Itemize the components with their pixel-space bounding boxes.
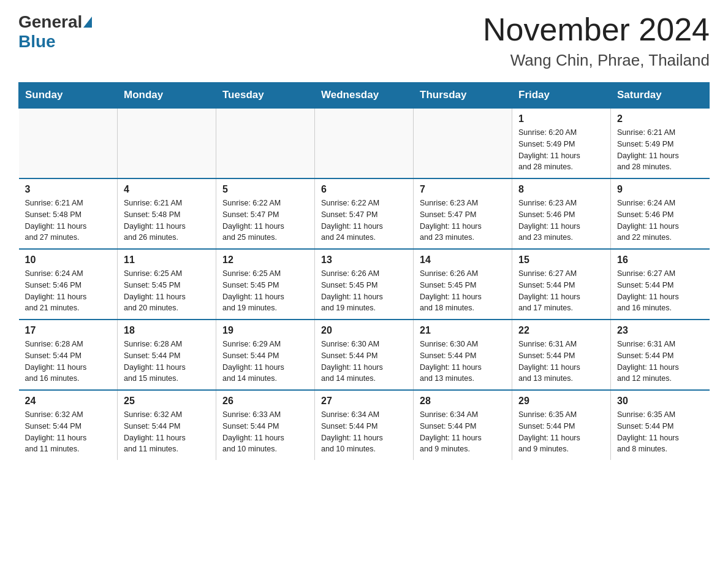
- day-info: Sunrise: 6:23 AM Sunset: 5:46 PM Dayligh…: [518, 197, 604, 243]
- day-info: Sunrise: 6:26 AM Sunset: 5:45 PM Dayligh…: [321, 268, 407, 314]
- day-number: 18: [124, 325, 210, 336]
- calendar-title: November 2024: [483, 12, 710, 47]
- calendar-cell: 26Sunrise: 6:33 AM Sunset: 5:44 PM Dayli…: [216, 390, 315, 460]
- calendar-cell: 27Sunrise: 6:34 AM Sunset: 5:44 PM Dayli…: [315, 390, 414, 460]
- weekday-header-monday: Monday: [118, 83, 216, 109]
- calendar-cell: 6Sunrise: 6:22 AM Sunset: 5:47 PM Daylig…: [315, 178, 414, 249]
- day-info: Sunrise: 6:34 AM Sunset: 5:44 PM Dayligh…: [321, 409, 407, 455]
- day-number: 7: [420, 184, 506, 195]
- calendar-cell: [414, 108, 512, 178]
- day-info: Sunrise: 6:33 AM Sunset: 5:44 PM Dayligh…: [222, 409, 308, 455]
- day-info: Sunrise: 6:32 AM Sunset: 5:44 PM Dayligh…: [124, 409, 210, 455]
- calendar-cell: 29Sunrise: 6:35 AM Sunset: 5:44 PM Dayli…: [512, 390, 611, 460]
- day-number: 19: [222, 325, 308, 336]
- title-area: November 2024 Wang Chin, Phrae, Thailand: [483, 12, 710, 70]
- day-number: 10: [25, 255, 112, 266]
- calendar-cell: 17Sunrise: 6:28 AM Sunset: 5:44 PM Dayli…: [19, 320, 118, 390]
- calendar-cell: 10Sunrise: 6:24 AM Sunset: 5:46 PM Dayli…: [19, 249, 118, 320]
- calendar-cell: 24Sunrise: 6:32 AM Sunset: 5:44 PM Dayli…: [19, 390, 118, 460]
- calendar-table: SundayMondayTuesdayWednesdayThursdayFrid…: [18, 82, 710, 460]
- week-row-1: 1Sunrise: 6:20 AM Sunset: 5:49 PM Daylig…: [19, 108, 710, 178]
- day-number: 23: [617, 325, 703, 336]
- calendar-cell: 3Sunrise: 6:21 AM Sunset: 5:48 PM Daylig…: [19, 178, 118, 249]
- logo-arrow-icon: [83, 17, 92, 28]
- calendar-cell: 16Sunrise: 6:27 AM Sunset: 5:44 PM Dayli…: [611, 249, 710, 320]
- day-info: Sunrise: 6:20 AM Sunset: 5:49 PM Dayligh…: [518, 127, 604, 173]
- logo-blue-text: Blue: [18, 32, 56, 51]
- day-info: Sunrise: 6:22 AM Sunset: 5:47 PM Dayligh…: [222, 197, 308, 243]
- day-info: Sunrise: 6:21 AM Sunset: 5:48 PM Dayligh…: [124, 197, 210, 243]
- calendar-cell: 20Sunrise: 6:30 AM Sunset: 5:44 PM Dayli…: [315, 320, 414, 390]
- day-number: 22: [518, 325, 604, 336]
- calendar-cell: 30Sunrise: 6:35 AM Sunset: 5:44 PM Dayli…: [611, 390, 710, 460]
- day-number: 2: [617, 113, 703, 124]
- weekday-header-friday: Friday: [512, 83, 611, 109]
- calendar-cell: 8Sunrise: 6:23 AM Sunset: 5:46 PM Daylig…: [512, 178, 611, 249]
- calendar-cell: 28Sunrise: 6:34 AM Sunset: 5:44 PM Dayli…: [414, 390, 512, 460]
- day-number: 12: [222, 255, 308, 266]
- calendar-cell: 22Sunrise: 6:31 AM Sunset: 5:44 PM Dayli…: [512, 320, 611, 390]
- day-number: 16: [617, 255, 703, 266]
- day-info: Sunrise: 6:35 AM Sunset: 5:44 PM Dayligh…: [518, 409, 604, 455]
- calendar-cell: 15Sunrise: 6:27 AM Sunset: 5:44 PM Dayli…: [512, 249, 611, 320]
- day-info: Sunrise: 6:24 AM Sunset: 5:46 PM Dayligh…: [617, 197, 703, 243]
- day-number: 3: [25, 184, 112, 195]
- day-info: Sunrise: 6:28 AM Sunset: 5:44 PM Dayligh…: [25, 339, 112, 385]
- day-info: Sunrise: 6:27 AM Sunset: 5:44 PM Dayligh…: [617, 268, 703, 314]
- calendar-cell: 14Sunrise: 6:26 AM Sunset: 5:45 PM Dayli…: [414, 249, 512, 320]
- weekday-header-sunday: Sunday: [19, 83, 118, 109]
- calendar-cell: [216, 108, 315, 178]
- day-number: 8: [518, 184, 604, 195]
- day-number: 28: [420, 396, 506, 407]
- day-number: 1: [518, 113, 604, 124]
- day-number: 17: [25, 325, 112, 336]
- day-number: 27: [321, 396, 407, 407]
- day-info: Sunrise: 6:24 AM Sunset: 5:46 PM Dayligh…: [25, 268, 112, 314]
- calendar-cell: [315, 108, 414, 178]
- logo-general-text: General: [18, 12, 82, 32]
- calendar-cell: 12Sunrise: 6:25 AM Sunset: 5:45 PM Dayli…: [216, 249, 315, 320]
- calendar-cell: 13Sunrise: 6:26 AM Sunset: 5:45 PM Dayli…: [315, 249, 414, 320]
- day-info: Sunrise: 6:28 AM Sunset: 5:44 PM Dayligh…: [124, 339, 210, 385]
- day-info: Sunrise: 6:21 AM Sunset: 5:49 PM Dayligh…: [617, 127, 703, 173]
- day-number: 21: [420, 325, 506, 336]
- calendar-cell: 19Sunrise: 6:29 AM Sunset: 5:44 PM Dayli…: [216, 320, 315, 390]
- day-info: Sunrise: 6:25 AM Sunset: 5:45 PM Dayligh…: [222, 268, 308, 314]
- day-number: 9: [617, 184, 703, 195]
- calendar-cell: 4Sunrise: 6:21 AM Sunset: 5:48 PM Daylig…: [118, 178, 216, 249]
- day-info: Sunrise: 6:31 AM Sunset: 5:44 PM Dayligh…: [617, 339, 703, 385]
- day-number: 5: [222, 184, 308, 195]
- day-info: Sunrise: 6:29 AM Sunset: 5:44 PM Dayligh…: [222, 339, 308, 385]
- header: General Blue November 2024 Wang Chin, Ph…: [18, 12, 710, 70]
- day-number: 20: [321, 325, 407, 336]
- day-info: Sunrise: 6:32 AM Sunset: 5:44 PM Dayligh…: [25, 409, 112, 455]
- day-number: 29: [518, 396, 604, 407]
- calendar-cell: 7Sunrise: 6:23 AM Sunset: 5:47 PM Daylig…: [414, 178, 512, 249]
- calendar-cell: 5Sunrise: 6:22 AM Sunset: 5:47 PM Daylig…: [216, 178, 315, 249]
- day-info: Sunrise: 6:27 AM Sunset: 5:44 PM Dayligh…: [518, 268, 604, 314]
- day-number: 6: [321, 184, 407, 195]
- calendar-cell: 18Sunrise: 6:28 AM Sunset: 5:44 PM Dayli…: [118, 320, 216, 390]
- day-info: Sunrise: 6:21 AM Sunset: 5:48 PM Dayligh…: [25, 197, 112, 243]
- day-number: 25: [124, 396, 210, 407]
- day-info: Sunrise: 6:35 AM Sunset: 5:44 PM Dayligh…: [617, 409, 703, 455]
- weekday-header-row: SundayMondayTuesdayWednesdayThursdayFrid…: [19, 83, 710, 109]
- weekday-header-thursday: Thursday: [414, 83, 512, 109]
- calendar-cell: 2Sunrise: 6:21 AM Sunset: 5:49 PM Daylig…: [611, 108, 710, 178]
- day-info: Sunrise: 6:30 AM Sunset: 5:44 PM Dayligh…: [321, 339, 407, 385]
- week-row-3: 10Sunrise: 6:24 AM Sunset: 5:46 PM Dayli…: [19, 249, 710, 320]
- calendar-cell: 21Sunrise: 6:30 AM Sunset: 5:44 PM Dayli…: [414, 320, 512, 390]
- calendar-cell: 25Sunrise: 6:32 AM Sunset: 5:44 PM Dayli…: [118, 390, 216, 460]
- week-row-5: 24Sunrise: 6:32 AM Sunset: 5:44 PM Dayli…: [19, 390, 710, 460]
- day-info: Sunrise: 6:26 AM Sunset: 5:45 PM Dayligh…: [420, 268, 506, 314]
- calendar-cell: 23Sunrise: 6:31 AM Sunset: 5:44 PM Dayli…: [611, 320, 710, 390]
- day-info: Sunrise: 6:25 AM Sunset: 5:45 PM Dayligh…: [124, 268, 210, 314]
- day-info: Sunrise: 6:31 AM Sunset: 5:44 PM Dayligh…: [518, 339, 604, 385]
- day-number: 13: [321, 255, 407, 266]
- calendar-cell: 1Sunrise: 6:20 AM Sunset: 5:49 PM Daylig…: [512, 108, 611, 178]
- weekday-header-saturday: Saturday: [611, 83, 710, 109]
- weekday-header-wednesday: Wednesday: [315, 83, 414, 109]
- day-number: 15: [518, 255, 604, 266]
- day-number: 4: [124, 184, 210, 195]
- week-row-4: 17Sunrise: 6:28 AM Sunset: 5:44 PM Dayli…: [19, 320, 710, 390]
